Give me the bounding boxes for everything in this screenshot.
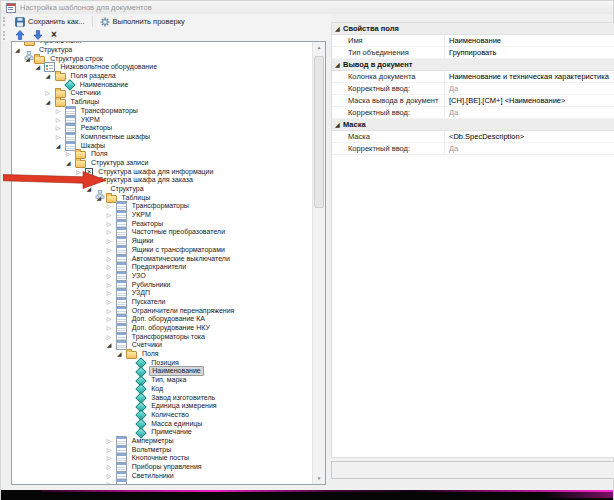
property-value[interactable]: Группировать bbox=[445, 47, 614, 58]
expander-collapsed-icon[interactable]: ▷ bbox=[107, 298, 116, 306]
tree-item[interactable]: Тип, марка bbox=[12, 376, 312, 385]
tree-item[interactable]: ▷Трансформаторы bbox=[12, 202, 312, 211]
tree-item[interactable]: ◢Структура bbox=[12, 46, 312, 55]
expander-expanded-icon[interactable]: ◢ bbox=[86, 185, 95, 193]
tree-item[interactable]: ▷Рубильники bbox=[12, 280, 312, 289]
tree-item[interactable]: ▷Ящики с трансформаторами bbox=[12, 246, 312, 255]
expander-collapsed-icon[interactable]: ▷ bbox=[107, 480, 116, 484]
tree-item[interactable]: Масса единицы bbox=[12, 419, 312, 428]
group-expander-icon[interactable]: ◢ bbox=[335, 25, 343, 33]
tree-item[interactable]: ▷УКРМ bbox=[12, 115, 312, 124]
tree-item[interactable]: Единица измерения bbox=[12, 402, 312, 411]
tree-item[interactable]: ▷Приборы управления bbox=[12, 463, 312, 472]
tree-item[interactable]: ▷Пускатели bbox=[12, 298, 312, 307]
expander-collapsed-icon[interactable]: ▷ bbox=[66, 150, 75, 158]
expander-collapsed-icon[interactable]: ▷ bbox=[107, 228, 116, 236]
tree-item[interactable]: Завод изготовитель bbox=[12, 393, 312, 402]
group-expander-icon[interactable]: ◢ bbox=[335, 121, 343, 129]
expander-collapsed-icon[interactable]: ▷ bbox=[107, 289, 116, 297]
tree-item[interactable]: ◢Шкафы bbox=[12, 141, 312, 150]
expander-expanded-icon[interactable]: ◢ bbox=[15, 46, 24, 54]
expander-expanded-icon[interactable]: ◢ bbox=[46, 98, 55, 106]
expander-collapsed-icon[interactable]: ▷ bbox=[107, 255, 116, 263]
run-check-button[interactable]: Выполнить проверку bbox=[96, 16, 189, 28]
expander-collapsed-icon[interactable]: ▷ bbox=[107, 463, 116, 471]
delete-button[interactable]: × bbox=[47, 30, 61, 40]
property-group-header[interactable]: ◢Вывод в документ bbox=[332, 59, 614, 71]
expander-collapsed-icon[interactable]: ▷ bbox=[107, 237, 116, 245]
tree-item[interactable]: ▷УЗДП bbox=[12, 289, 312, 298]
expander-collapsed-icon[interactable]: ▷ bbox=[107, 307, 116, 315]
tree-item[interactable]: Примечание bbox=[12, 428, 312, 437]
expander-collapsed-icon[interactable]: ▷ bbox=[56, 116, 65, 124]
property-value[interactable]: [CH].[BE].[CM+] <Наименование> bbox=[445, 95, 614, 106]
group-expander-icon[interactable]: ◢ bbox=[335, 61, 343, 69]
expander-collapsed-icon[interactable]: ▷ bbox=[107, 281, 116, 289]
tree-item[interactable]: ▷Комплектные шкафы bbox=[12, 133, 312, 142]
expander-expanded-icon[interactable]: ◢ bbox=[46, 72, 55, 80]
expander-expanded-icon[interactable]: ◢ bbox=[107, 341, 116, 349]
tree-item[interactable]: ▷Частотные преобразователи bbox=[12, 228, 312, 237]
expander-collapsed-icon[interactable]: ▷ bbox=[107, 272, 116, 280]
tree-item[interactable]: ▷Доп. оборудование КА bbox=[12, 315, 312, 324]
expander-collapsed-icon[interactable]: ▷ bbox=[107, 263, 116, 271]
expander-collapsed-icon[interactable]: ▷ bbox=[107, 446, 116, 454]
expander-collapsed-icon[interactable]: ▷ bbox=[46, 89, 55, 97]
expander-collapsed-icon[interactable]: ▷ bbox=[107, 437, 116, 445]
expander-expanded-icon[interactable]: ◢ bbox=[76, 176, 85, 184]
property-value[interactable]: Наименование и техническая характеристик… bbox=[445, 71, 614, 82]
tree-item[interactable]: ▷Реакторы bbox=[12, 124, 312, 133]
expander-collapsed-icon[interactable]: ▷ bbox=[107, 324, 116, 332]
move-up-button[interactable] bbox=[11, 29, 29, 41]
tree-item[interactable]: ▷Поля bbox=[12, 150, 312, 159]
tree-item[interactable]: ▷Предохранители bbox=[12, 263, 312, 272]
property-value[interactable]: <Db.SpecDescription> bbox=[445, 131, 614, 142]
tree-item[interactable]: ▷Структура шкафа для информации bbox=[12, 167, 312, 176]
expander-collapsed-icon[interactable]: ▷ bbox=[76, 168, 85, 176]
expander-collapsed-icon[interactable]: ▷ bbox=[107, 211, 116, 219]
tree-item[interactable]: ◢Структура строк bbox=[12, 54, 312, 63]
move-down-button[interactable] bbox=[29, 29, 47, 41]
tree-item[interactable]: ▷Ограничители перенапряжения bbox=[12, 306, 312, 315]
tree-scrollbar[interactable]: ▲ ▼ bbox=[312, 42, 325, 484]
scroll-up-arrow-icon[interactable]: ▲ bbox=[313, 42, 325, 53]
scrollbar-thumb[interactable] bbox=[314, 56, 324, 208]
tree-item[interactable]: Код bbox=[12, 385, 312, 394]
tree-item[interactable]: ▷Кнопочные посты bbox=[12, 454, 312, 463]
expander-collapsed-icon[interactable]: ▷ bbox=[107, 220, 116, 228]
tree-item[interactable]: ▷Доп. оборудование НКУ bbox=[12, 324, 312, 333]
tree-item[interactable]: ▷Трансформаторы bbox=[12, 107, 312, 116]
tree-item[interactable]: ◢Поля bbox=[12, 350, 312, 359]
tree-item[interactable]: ◢Поля раздела bbox=[12, 72, 312, 81]
expander-expanded-icon[interactable]: ◢ bbox=[56, 142, 65, 150]
tree-item[interactable]: Количество bbox=[12, 411, 312, 420]
tree-item[interactable]: ◢Таблицы bbox=[12, 98, 312, 107]
tree-item[interactable]: ▷УКРМ bbox=[12, 211, 312, 220]
tree-item[interactable]: ▷Светильники bbox=[12, 471, 312, 480]
expander-collapsed-icon[interactable]: ▷ bbox=[56, 107, 65, 115]
property-value[interactable]: Наименование bbox=[445, 35, 614, 46]
property-group-header[interactable]: ◢Свойства поля bbox=[332, 23, 614, 35]
tree-item[interactable]: ▷Реакторы bbox=[12, 219, 312, 228]
tree-item[interactable]: Наименование bbox=[12, 367, 312, 376]
property-group-header[interactable]: ◢Маска bbox=[332, 119, 614, 131]
tree-item[interactable]: ▷УЗО bbox=[12, 272, 312, 281]
tree-item[interactable]: ▷ bbox=[12, 480, 312, 484]
tree-item[interactable]: ◢Таблицы bbox=[12, 193, 312, 202]
tree-item[interactable]: ◢Структура шкафа для заказа bbox=[12, 176, 312, 185]
tree-item[interactable]: ▷Амперметры bbox=[12, 437, 312, 446]
expander-collapsed-icon[interactable]: ▷ bbox=[107, 246, 116, 254]
save-as-button[interactable]: Сохранить как... bbox=[11, 16, 89, 28]
scroll-down-arrow-icon[interactable]: ▼ bbox=[313, 473, 325, 484]
expander-collapsed-icon[interactable]: ▷ bbox=[107, 315, 116, 323]
tree-item[interactable]: ▷Трансформаторы тока bbox=[12, 332, 312, 341]
tree-item[interactable]: ▷Вольтметры bbox=[12, 445, 312, 454]
expander-collapsed-icon[interactable]: ▷ bbox=[56, 133, 65, 141]
tree-item[interactable]: ▷Автоматические выключатели bbox=[12, 254, 312, 263]
expander-collapsed-icon[interactable]: ▷ bbox=[56, 124, 65, 132]
tree-item[interactable]: ◢Структура bbox=[12, 185, 312, 194]
tree-item[interactable]: ◢Счетчики bbox=[12, 341, 312, 350]
expander-expanded-icon[interactable]: ◢ bbox=[117, 350, 126, 358]
tree-item[interactable]: ◢Структура записи bbox=[12, 159, 312, 168]
expander-collapsed-icon[interactable]: ▷ bbox=[107, 454, 116, 462]
